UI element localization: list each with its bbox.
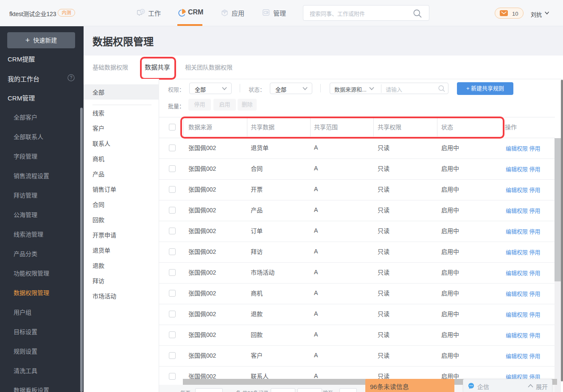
svg-text:?: ? [70,75,73,80]
